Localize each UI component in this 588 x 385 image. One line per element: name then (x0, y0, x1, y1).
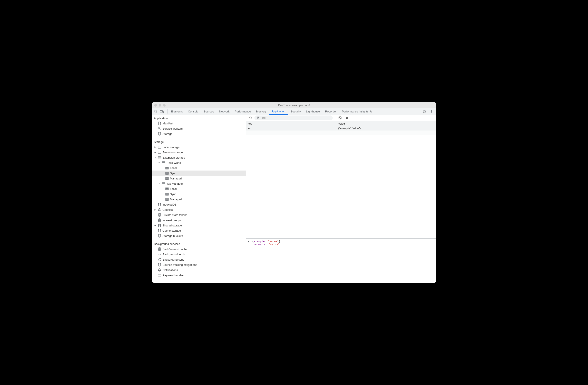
table-cell-empty[interactable] (246, 131, 337, 135)
table-cell-empty[interactable] (337, 131, 436, 135)
sidebar-item-manifest[interactable]: Manifest (152, 121, 246, 126)
sidebar-item-label: Payment handler (163, 274, 184, 277)
chevron-right-icon: ▶ (154, 224, 156, 226)
sidebar-item-cache-storage[interactable]: Cache storage (152, 228, 246, 233)
key-column-header[interactable]: Key (246, 121, 337, 126)
device-toolbar-icon[interactable] (159, 109, 165, 114)
sidebar-item-notifications[interactable]: Notifications (152, 267, 246, 272)
titlebar: DevTools - example.com/ (152, 102, 436, 108)
zoom-window-button[interactable] (163, 104, 166, 107)
clear-all-icon[interactable] (337, 115, 343, 121)
tab-recorder[interactable]: Recorder (322, 108, 339, 115)
tab-network[interactable]: Network (217, 108, 232, 115)
sidebar-item-label: Managed (170, 177, 182, 180)
svg-point-27 (158, 219, 161, 220)
tab-label: Performance insights (342, 110, 368, 113)
sidebar-item-storage[interactable]: Storage (152, 131, 246, 136)
sidebar-item-service-workers[interactable]: Service workers (152, 126, 246, 131)
object-summary[interactable]: ▼ {example: "value"} (248, 240, 435, 243)
sidebar-item-interest-groups[interactable]: Interest groups (152, 218, 246, 223)
tab-application[interactable]: Application (269, 108, 288, 115)
sidebar-item-label: Cookies (163, 208, 173, 211)
tab-memory[interactable]: Memory (253, 108, 269, 115)
sidebar-item-ext-hello-sync[interactable]: Sync (152, 171, 246, 176)
filter-icon (257, 116, 259, 119)
storage-table: Key foo Value {"example":"value"} (246, 121, 436, 239)
sidebar-item-ext-hello-managed[interactable]: Managed (152, 176, 246, 181)
svg-point-32 (158, 263, 161, 264)
database-icon (158, 218, 161, 222)
sidebar-item-ext-hello-local[interactable]: Local (152, 165, 246, 171)
sidebar-item-local-storage[interactable]: ▶ Local storage (152, 144, 246, 150)
sidebar-item-label: Manifest (163, 122, 173, 125)
section-header-storage: Storage (152, 138, 246, 144)
sidebar-item-payment-handler[interactable]: Payment handler (152, 272, 246, 278)
sidebar-item-ext-tab-manager[interactable]: ▼ Tab Manager (152, 181, 246, 186)
sidebar-item-bounce-tracking[interactable]: Bounce tracking mitigations (152, 262, 246, 267)
tab-performance-insights[interactable]: Performance insights (339, 108, 375, 115)
sidebar-item-cookies[interactable]: ▶ Cookies (152, 207, 246, 212)
svg-point-8 (160, 129, 161, 130)
filter-input[interactable] (261, 116, 331, 119)
key-column: Key foo (246, 121, 337, 238)
sidebar-item-session-storage[interactable]: ▶ Session storage (152, 150, 246, 155)
table-icon (165, 177, 169, 180)
svg-rect-17 (162, 182, 165, 185)
sidebar-item-ext-tabmgr-local[interactable]: Local (152, 186, 246, 191)
sidebar-item-background-sync[interactable]: Background sync (152, 257, 246, 262)
property-sep: : (266, 243, 269, 246)
settings-icon[interactable] (421, 109, 427, 114)
sidebar-item-label: Local (170, 187, 177, 191)
cookie-icon (158, 208, 161, 211)
summary-value: "value" (268, 240, 279, 243)
window-title: DevTools - example.com/ (152, 104, 436, 107)
delete-icon[interactable] (344, 115, 350, 121)
sidebar-item-ext-tabmgr-managed[interactable]: Managed (152, 197, 246, 202)
refresh-icon[interactable] (248, 115, 253, 121)
object-property[interactable]: example: "value" (248, 243, 435, 246)
sidebar-item-label: Storage buckets (163, 234, 183, 238)
separator (167, 109, 168, 113)
sidebar-item-label: Sync (170, 192, 176, 196)
sidebar-item-label: Interest groups (163, 219, 181, 222)
filter-field[interactable] (254, 115, 333, 120)
database-icon (158, 234, 161, 238)
svg-rect-10 (158, 146, 161, 148)
sidebar-item-ext-tabmgr-sync[interactable]: Sync (152, 191, 246, 197)
sidebar-item-shared-storage[interactable]: ▶ Shared storage (152, 223, 246, 228)
tab-lighthouse[interactable]: Lighthouse (303, 108, 322, 115)
table-icon (158, 156, 161, 159)
inspect-element-icon[interactable] (153, 109, 159, 114)
svg-point-4 (431, 110, 432, 111)
sidebar-item-label: Notifications (163, 269, 178, 272)
sidebar-item-indexeddb[interactable]: IndexedDB (152, 202, 246, 207)
close-window-button[interactable] (154, 104, 157, 107)
tab-security[interactable]: Security (288, 108, 303, 115)
tab-console[interactable]: Console (185, 108, 201, 115)
tab-elements[interactable]: Elements (168, 108, 185, 115)
sidebar-item-ext-hello-world[interactable]: ▼ Hello World (152, 160, 246, 165)
sidebar-item-back-forward-cache[interactable]: Back/forward cache (152, 247, 246, 252)
database-icon (158, 213, 161, 217)
tab-performance[interactable]: Performance (232, 108, 253, 115)
bell-icon (158, 268, 161, 272)
sidebar-item-extension-storage[interactable]: ▼ Extension storage (152, 155, 246, 160)
table-cell-key[interactable]: foo (246, 126, 337, 131)
svg-point-6 (431, 112, 432, 113)
svg-rect-15 (166, 172, 168, 174)
sidebar-item-label: Session storage (163, 151, 183, 154)
sidebar-item-private-state-tokens[interactable]: Private state tokens (152, 212, 246, 218)
sidebar-item-label: IndexedDB (163, 203, 176, 206)
sidebar-item-background-fetch[interactable]: Background fetch (152, 252, 246, 257)
value-column-header[interactable]: Value (337, 121, 436, 126)
sidebar-item-label: Bounce tracking mitigations (163, 263, 197, 267)
table-cell-value[interactable]: {"example":"value"} (337, 126, 436, 131)
svg-point-25 (160, 210, 160, 211)
sidebar-item-storage-buckets[interactable]: Storage buckets (152, 233, 246, 238)
more-icon[interactable] (428, 109, 434, 114)
svg-point-30 (158, 234, 161, 235)
minimize-window-button[interactable] (159, 104, 161, 107)
sync-icon (158, 258, 161, 261)
table-icon (165, 187, 169, 191)
tab-sources[interactable]: Sources (201, 108, 217, 115)
